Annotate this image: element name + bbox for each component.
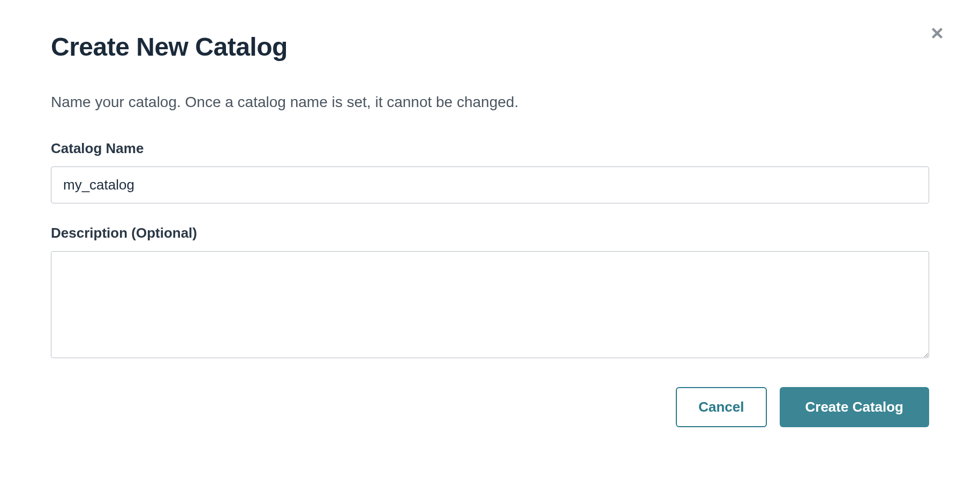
description-field-group: Description (Optional) xyxy=(51,225,929,360)
description-textarea[interactable] xyxy=(51,251,929,358)
close-icon xyxy=(929,25,945,41)
catalog-name-field-group: Catalog Name xyxy=(51,140,929,203)
cancel-button[interactable]: Cancel xyxy=(676,387,766,427)
dialog-button-row: Cancel Create Catalog xyxy=(51,387,929,427)
dialog-title: Create New Catalog xyxy=(51,32,929,62)
catalog-name-label: Catalog Name xyxy=(51,140,929,157)
create-catalog-button[interactable]: Create Catalog xyxy=(780,387,930,427)
catalog-name-input[interactable] xyxy=(51,166,929,203)
dialog-subtitle: Name your catalog. Once a catalog name i… xyxy=(51,94,929,111)
close-button[interactable] xyxy=(926,22,948,44)
description-label: Description (Optional) xyxy=(51,225,929,241)
create-catalog-dialog: Create New Catalog Name your catalog. On… xyxy=(0,0,980,454)
